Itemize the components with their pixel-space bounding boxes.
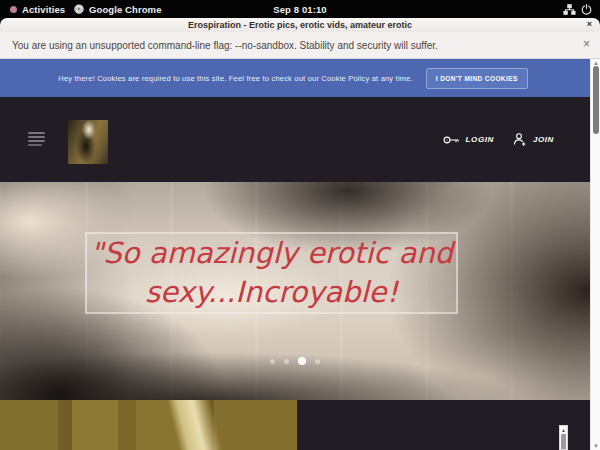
mini-scroll-up-icon[interactable]: ▲ xyxy=(560,426,567,433)
browser-title-bar[interactable]: Erospiration - Erotic pics, erotic vids,… xyxy=(0,18,600,32)
scrollbar-thumb[interactable] xyxy=(593,66,599,134)
site-logo[interactable] xyxy=(68,120,108,164)
cookie-banner: Hey there! Cookies are required to use t… xyxy=(0,59,600,97)
carousel-dot-1[interactable] xyxy=(270,359,275,364)
system-tray[interactable] xyxy=(563,0,592,18)
site-header: LOGIN JOIN xyxy=(0,97,600,182)
infobar-message: You are using an unsupported command-lin… xyxy=(12,40,438,51)
cookie-message: Hey there! Cookies are required to use t… xyxy=(58,74,413,83)
clock-label: Sep 8 01:10 xyxy=(273,4,326,15)
mini-scroll-thumb[interactable] xyxy=(561,434,566,449)
content-thumbnail-image[interactable] xyxy=(0,400,297,450)
power-icon xyxy=(581,4,592,15)
carousel-dot-4[interactable] xyxy=(315,359,320,364)
login-label: LOGIN xyxy=(466,135,494,144)
window-close-button[interactable]: × xyxy=(587,19,592,29)
scrollbar-down-icon[interactable]: ▼ xyxy=(591,443,600,449)
join-label: JOIN xyxy=(533,135,554,144)
join-button[interactable]: JOIN xyxy=(513,133,554,146)
cookie-accept-button[interactable]: I DON'T MIND COOKIES xyxy=(426,68,528,89)
carousel-dot-2[interactable] xyxy=(284,359,289,364)
quote-line-2: sexy...Incroyable! xyxy=(145,273,398,312)
carousel-dots xyxy=(0,354,590,368)
key-icon xyxy=(443,135,460,145)
clock-menu[interactable]: Sep 8 01:10 xyxy=(0,0,600,18)
infobar-close-button[interactable]: × xyxy=(583,37,590,51)
hero-carousel-image: "So amazingly erotic and sexy...Incroyab… xyxy=(0,182,600,400)
login-button[interactable]: LOGIN xyxy=(443,135,494,145)
gnome-top-bar: Activities Google Chrome Sep 8 01:10 xyxy=(0,0,600,18)
network-icon xyxy=(563,4,576,15)
window-title: Erospiration - Erotic pics, erotic vids,… xyxy=(188,20,412,30)
person-plus-icon xyxy=(513,133,527,146)
desktop-screen: Activities Google Chrome Sep 8 01:10 xyxy=(0,0,600,450)
quote-line-1: "So amazingly erotic and xyxy=(90,234,453,273)
embedded-widget-scrollbar[interactable]: ▲ xyxy=(559,425,568,450)
header-nav: LOGIN JOIN xyxy=(443,97,554,182)
testimonial-quote-box: "So amazingly erotic and sexy...Incroyab… xyxy=(85,232,458,314)
menu-hamburger-icon[interactable] xyxy=(28,132,45,146)
carousel-dot-3[interactable] xyxy=(298,357,306,365)
main-scrollbar[interactable]: ▲ ▼ xyxy=(590,59,600,450)
page-viewport: Hey there! Cookies are required to use t… xyxy=(0,59,600,450)
chrome-infobar: You are using an unsupported command-lin… xyxy=(0,32,600,59)
